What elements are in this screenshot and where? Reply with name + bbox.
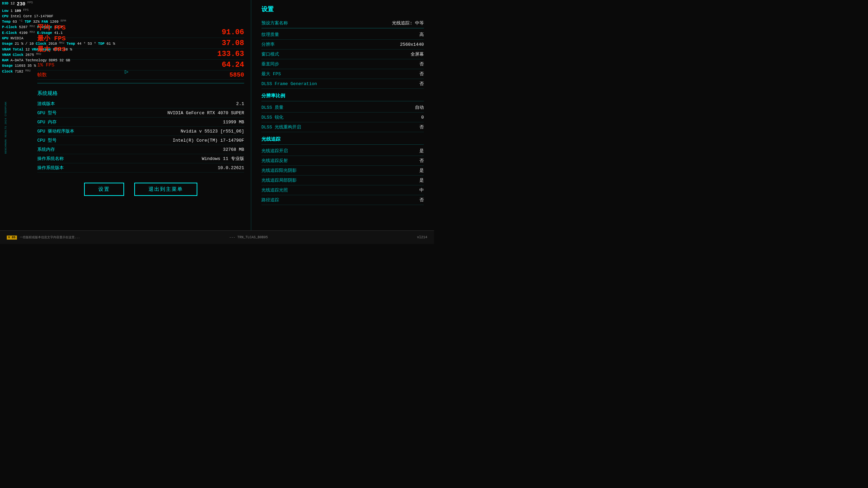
eclock-label: E-Clock (2, 30, 17, 36)
left-content: 91.06 37.08 133.63 1% FPS 64.24 帧数 5850 (34, 0, 251, 230)
action-buttons: 设置 退出到主菜单 (37, 183, 244, 196)
setting-row: 光线追踪开启 是 (261, 146, 424, 156)
vram-clock-val: 2675 (25, 52, 34, 58)
frames-row: 帧数 5850 (37, 70, 244, 80)
spec-key: 系统内存 (37, 146, 55, 152)
low-label: Low (2, 8, 8, 14)
setting-key: DLSS 光线重构开启 (261, 124, 301, 130)
preset-key: 预设方案名称 (261, 20, 288, 26)
d3d-label: D3D (2, 1, 8, 8)
vram-total-label: VRAM Total (2, 47, 23, 52)
low-val: 1 (11, 8, 13, 14)
spec-val: 10.0.22621 (218, 165, 244, 170)
pclock-val: 5287 (19, 24, 27, 30)
spec-key: CPU 型号 (37, 137, 57, 143)
temp-val: 63 (13, 19, 17, 24)
setting-key: 纹理质量 (261, 32, 279, 38)
pct1-fps-row: 1% FPS 64.24 (37, 60, 244, 70)
main-panel: 91.06 37.08 133.63 1% FPS 64.24 帧数 5850 (34, 0, 434, 230)
spec-row: 操作系统名称 Windows 11 专业版 (37, 154, 244, 163)
ram-clock-val: 7182 (15, 69, 23, 74)
side-text: BENCHMARK RESULTS 2024 CYBERPUNK (4, 102, 7, 154)
d3d-fps-val: 230 (17, 1, 25, 8)
preset-val: 光线追踪: 中等 (392, 20, 424, 26)
spec-key: 游戏版本 (37, 101, 55, 107)
spec-val: 32768 MB (223, 147, 244, 152)
vram-total-val: 12 (25, 47, 30, 52)
gpu-name: NVIDIA (11, 36, 23, 41)
ram-label: RAM (2, 58, 8, 63)
setting-key: DLSS 质量 (261, 104, 283, 110)
ram-clock-unit: MHz (25, 69, 31, 74)
specs-rows: 游戏版本 2.1 GPU 型号 NVIDIA GeForce RTX 4070 … (37, 99, 244, 172)
spec-val: Intel(R) Core(TM) i7-14790F (173, 138, 244, 143)
frames-value: 5850 (230, 72, 244, 78)
setting-val: 0 (421, 115, 424, 120)
setting-val: 是 (419, 177, 424, 183)
spec-key: GPU 型号 (37, 110, 57, 116)
setting-key: 最大 FPS (261, 71, 281, 77)
eclock-val: 4190 (19, 30, 27, 36)
ram-usage-label: Usage (2, 63, 13, 68)
max-fps-row: 133.63 (37, 49, 244, 60)
gpu-label: GPU (2, 36, 8, 41)
spec-val: Nvidia v 55123 [r551_06] (181, 129, 244, 134)
spec-key: 操作系统版本 (37, 165, 64, 171)
spec-key: GPU 驱动程序版本 (37, 128, 74, 134)
pclock-label: P-Clock (2, 24, 17, 30)
temp-label: Temp (2, 19, 11, 24)
settings-section-title: 分辨率比例 (261, 93, 424, 99)
setting-row: 光线追踪光照 中 (261, 185, 424, 195)
setting-key: DLSS 锐化 (261, 114, 283, 120)
fps-stats-section: 91.06 37.08 133.63 1% FPS 64.24 帧数 5850 (37, 27, 244, 80)
bottom-bar: V 85 一些版权或版本信息文字内容显示在这里... --- TRN_TLCAS… (0, 230, 434, 244)
setting-key: DLSS Frame Generation (261, 81, 317, 86)
logo-desc: 一些版权或版本信息文字内容显示在这里... (20, 235, 80, 240)
spec-val: Windows 11 专业版 (202, 156, 244, 162)
cpu-label: CPU (2, 14, 8, 19)
setting-row: DLSS 质量 自动 (261, 103, 424, 113)
setting-val: 否 (419, 71, 424, 77)
setting-row: 最大 FPS 否 (261, 69, 424, 79)
setting-val: 否 (419, 158, 424, 164)
setting-val: 是 (419, 167, 424, 174)
setting-val: 否 (419, 81, 424, 87)
d3d-version: 12 (11, 1, 15, 8)
setting-row: DLSS 光线重构开启 否 (261, 122, 424, 132)
setting-key: 光线追踪光照 (261, 187, 288, 193)
pct1-fps-value: 64.24 (222, 61, 244, 69)
cursor-indicator: ▷ (125, 68, 129, 75)
setting-val: 否 (419, 61, 424, 67)
setting-row: DLSS 锐化 0 (261, 113, 424, 122)
setting-val: 中 (419, 187, 424, 193)
spec-key: GPU 内存 (37, 119, 57, 125)
spec-row: 操作系统版本 10.0.22621 (37, 163, 244, 172)
ram-usage-val: 11693 (15, 63, 26, 68)
setting-row: 光线追踪局部阴影 是 (261, 176, 424, 185)
avg-fps-value: 91.06 (222, 28, 244, 37)
min-fps-value: 37.08 (222, 39, 244, 47)
spec-key: 操作系统名称 (37, 156, 64, 162)
settings-section-title: 光线追踪 (261, 136, 424, 142)
d3d-fps-unit: FPS (27, 1, 33, 8)
setting-row: 窗口模式 全屏幕 (261, 49, 424, 59)
setting-row: 垂直同步 否 (261, 59, 424, 69)
setting-val: 自动 (415, 104, 424, 110)
spec-val: 11999 MB (223, 120, 244, 125)
version-badge: V 85 (7, 236, 17, 240)
gpu-usage-val: 21 (15, 41, 19, 46)
setting-val: 高 (419, 32, 424, 38)
setting-row: 分辨率 868x488 (261, 40, 424, 49)
frames-label: 帧数 (37, 72, 47, 78)
settings-button[interactable]: 设置 (84, 183, 124, 196)
section-divider (261, 101, 424, 101)
gpu-usage-label: Usage (2, 41, 13, 46)
exit-button[interactable]: 退出到主菜单 (134, 183, 197, 196)
setting-key: 窗口模式 (261, 51, 279, 57)
settings-rows-container: 纹理质量 高 分辨率 868x488 窗口模式 全屏幕 垂直同步 否 最大 … (261, 28, 424, 205)
setting-key: 垂直同步 (261, 61, 279, 67)
setting-val: 是 (419, 148, 424, 154)
vram-clock-label: VRAM Clock (2, 52, 23, 58)
setting-key: 分辨率 (261, 41, 275, 47)
specs-divider (37, 83, 244, 83)
